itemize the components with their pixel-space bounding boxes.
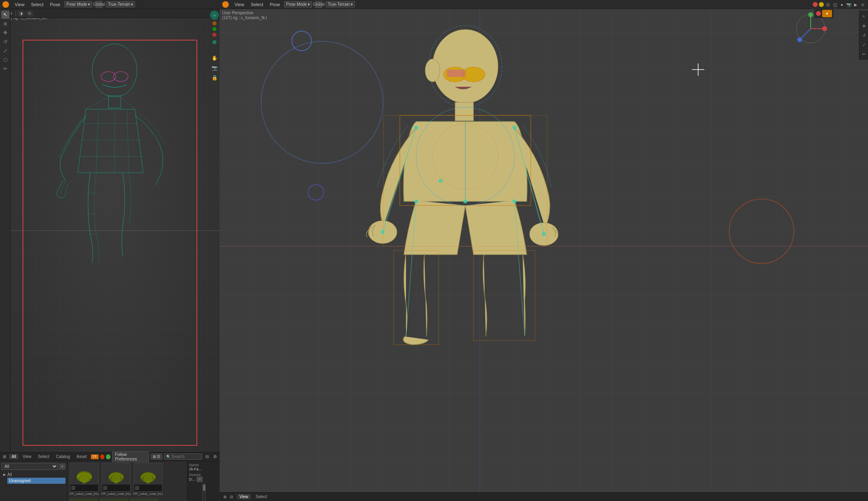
asset-thumb-4[interactable]: [99, 498, 128, 501]
asset-browser-panel: ⊞ All View Select Catalog Asset TT: Foll…: [0, 452, 220, 501]
global-anim-btn[interactable]: ▶: [853, 2, 859, 7]
svg-point-33: [542, 232, 546, 236]
tool-cursor[interactable]: ⊕: [1, 20, 9, 28]
asset-thumb-2[interactable]: [134, 463, 162, 492]
global-dot-red: [813, 2, 818, 7]
mode-selector-right[interactable]: Pose Mode ▾: [284, 1, 312, 7]
bp-tab-view[interactable]: View: [20, 454, 34, 459]
svg-point-0: [92, 44, 137, 97]
global-view-layer-btn[interactable]: ◫: [832, 2, 838, 7]
scene-gizmo-large: [261, 41, 383, 164]
mode-selector-left[interactable]: Pose Mode ▾: [64, 1, 92, 7]
asset-thumb-0[interactable]: [70, 463, 99, 492]
global-camera-btn[interactable]: 📷: [846, 2, 852, 7]
bp-tab-catalog[interactable]: Catalog: [54, 454, 72, 459]
lv-toolbar: View ◑ ⊙: [0, 9, 220, 18]
bp-tt-dot-green: [106, 454, 110, 459]
lv-overlay-btn1[interactable]: ◑: [18, 10, 25, 17]
asset-tree-unassigned-label: Unassigned: [9, 478, 31, 483]
asset-thumbnail-area: FP_Lotus_Leaf_011: [68, 461, 187, 501]
terrain-selector-left[interactable]: True-Terrain ▾: [106, 1, 135, 7]
rv-tool-scale[interactable]: ⤢: [860, 41, 868, 49]
rv-tool-select[interactable]: ↖: [860, 12, 868, 20]
global-btn-right[interactable]: Global: [315, 1, 322, 8]
prop-source-row: Source D:... ↗: [189, 473, 218, 482]
topbar-menu-pose-l[interactable]: Pose: [47, 1, 63, 8]
asset-tree-unassigned[interactable]: Unassigned: [7, 478, 65, 484]
bp-follow-prefs[interactable]: Follow Preferences: [112, 451, 149, 462]
asset-thumb-0-label: FP_Lotus_Leaf_011: [69, 492, 99, 496]
asset-item-5[interactable]: [130, 498, 158, 501]
tool-select[interactable]: ↖: [1, 11, 9, 19]
lv-color-ring: ○: [210, 11, 219, 20]
svg-rect-3: [108, 96, 121, 108]
viewport-right[interactable]: ⬡ ⊟ ⊟ ◑ ◐ ● ⊙ ◉ ⊕ ◎ User Perspective (10…: [220, 0, 868, 492]
tool-move[interactable]: ✥: [1, 29, 9, 37]
asset-browser-header: ⊞ All View Select Catalog Asset TT: Foll…: [0, 452, 220, 461]
asset-thumb-1[interactable]: [102, 463, 131, 492]
render-engine-dots: ●: [814, 9, 834, 18]
bp-editor-icon[interactable]: ⊞: [2, 454, 7, 460]
status-bar-icon: ⊞: [222, 494, 228, 500]
terrain-selector-right[interactable]: True-Terrain ▾: [326, 1, 355, 7]
asset-thumb-3[interactable]: [69, 498, 98, 501]
lv-tool-lock[interactable]: 🔒: [210, 74, 219, 82]
global-scene-btn[interactable]: ⊡: [825, 2, 831, 7]
prop-source-btn[interactable]: ↗: [197, 477, 203, 482]
rv-tool-move[interactable]: ✥: [860, 22, 868, 30]
status-bar-left: ⊞ ⊟: [222, 494, 234, 500]
lv-tool-cam[interactable]: 📷: [210, 64, 219, 72]
status-bar: ⊞ ⊟ View Select: [220, 492, 868, 501]
bp-search-box[interactable]: 🔍: [164, 454, 202, 460]
asset-filter-new[interactable]: +: [59, 463, 65, 470]
rv-tool-rotate[interactable]: ↺: [860, 31, 868, 39]
topbar-left: View Select Pose Pose Mode ▾ Global True…: [0, 0, 220, 9]
status-bar-view[interactable]: View: [237, 494, 251, 499]
svg-point-15: [433, 29, 498, 103]
asset-item-0[interactable]: FP_Lotus_Leaf_011: [69, 463, 99, 496]
re-dot-1[interactable]: [816, 11, 821, 16]
props-scroll[interactable]: [202, 483, 205, 501]
bp-search-input[interactable]: [171, 454, 200, 459]
tool-rotate[interactable]: ↺: [1, 38, 9, 46]
asset-props-panel: Name 1k-Fa... Source D:... ↗ ▶ Preview: [187, 461, 220, 501]
bp-tab-all[interactable]: All: [9, 454, 18, 459]
bp-settings-icon[interactable]: ⚙: [212, 454, 218, 460]
asset-thumb-1-label: FP_Lotus_Leaf_011: [101, 492, 131, 496]
status-bar-select[interactable]: Select: [253, 494, 270, 499]
asset-item-2[interactable]: FP_Lotus_Leaf_011: [133, 463, 163, 496]
asset-item-4[interactable]: [99, 498, 128, 501]
global-output-btn[interactable]: ⊙: [860, 2, 866, 7]
bp-grid-toggle[interactable]: ⊞ ☰: [151, 454, 162, 460]
topbar-menu-view-l[interactable]: View: [12, 1, 27, 8]
viewport-left[interactable]: View ◑ ⊙ ↖ ⊕ ✥ ↺ ⤢ ⬡ ✏: [0, 9, 220, 452]
prop-name-value: 1k-Fa...: [189, 467, 218, 471]
asset-thumb-2-sq: [135, 486, 139, 490]
asset-thumb-5[interactable]: [130, 498, 158, 501]
asset-filter-select[interactable]: All Materials Objects: [2, 463, 58, 470]
bp-tt-badge: TT:: [91, 454, 99, 459]
re-orange-rect[interactable]: ●: [822, 10, 832, 17]
global-render-btn[interactable]: ●: [839, 2, 845, 7]
lv-overlay-btn2[interactable]: ⊙: [26, 10, 33, 17]
asset-item-3[interactable]: [69, 498, 98, 501]
status-bar-filter-icon: ⊟: [229, 494, 234, 500]
svg-rect-20: [455, 102, 473, 121]
bp-tab-select[interactable]: Select: [36, 454, 52, 459]
bp-tab-asset[interactable]: Asset: [74, 454, 89, 459]
rv-tool-annotate[interactable]: ✏: [860, 50, 868, 58]
topbar-menu-select-l[interactable]: Select: [29, 1, 46, 8]
prop-name-row: Name 1k-Fa...: [189, 463, 218, 471]
global-btn-left[interactable]: Global: [95, 1, 103, 8]
topbar-menu-view-r[interactable]: View: [232, 1, 247, 8]
tool-scale[interactable]: ⤢: [1, 47, 9, 55]
svg-point-31: [381, 230, 385, 234]
asset-item-1[interactable]: FP_Lotus_Leaf_011: [101, 463, 131, 496]
bp-filter-icon[interactable]: ⊟: [204, 454, 210, 460]
lv-tool-hand[interactable]: ✋: [210, 54, 219, 62]
tool-annotate[interactable]: ✏: [1, 65, 9, 73]
topbar-menu-select-r[interactable]: Select: [248, 1, 266, 8]
asset-tree-all[interactable]: ▶ All: [2, 472, 65, 478]
topbar-menu-pose-r[interactable]: Pose: [267, 1, 282, 8]
tool-transform[interactable]: ⬡: [1, 56, 9, 64]
